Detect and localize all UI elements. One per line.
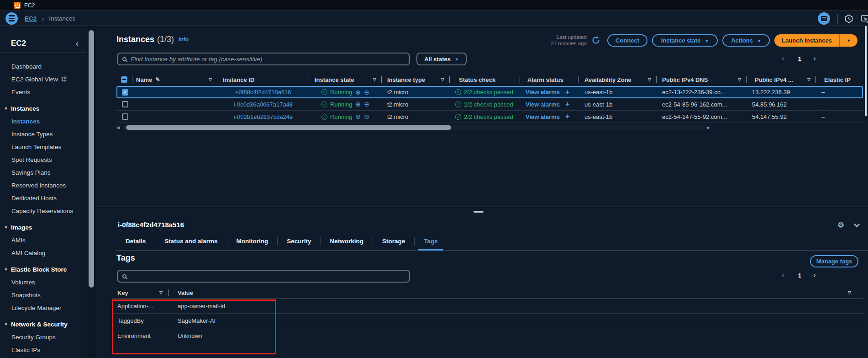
column-header-instance-type[interactable]: Instance type▽: [382, 73, 450, 86]
column-header-availability-zone[interactable]: Availability Zone▽: [579, 73, 657, 86]
sidebar-item-reserved-instances[interactable]: Reserved Instances: [0, 179, 87, 192]
split-panel-toggle-icon[interactable]: [818, 12, 830, 25]
sidebar-section-network-security[interactable]: ▼Network & Security: [0, 318, 87, 331]
sidebar-item-events[interactable]: Events: [0, 85, 87, 98]
launch-instances-label[interactable]: Launch instances: [774, 34, 839, 47]
current-page-button[interactable]: 1: [798, 272, 801, 279]
sidebar-item-spot-requests[interactable]: Spot Requests: [0, 153, 87, 166]
browser-tab[interactable]: EC2: [0, 0, 41, 11]
row-checkbox[interactable]: [122, 101, 128, 107]
sidebar-item-security-groups[interactable]: Security Groups: [0, 331, 87, 343]
table-row[interactable]: i-002b1eb2837cda24e ✓ Running ⊕ ⊖ t2.mic…: [116, 111, 863, 123]
add-alarm-icon[interactable]: +: [565, 112, 569, 121]
zoom-out-icon[interactable]: ⊖: [364, 89, 369, 96]
table-scrollbar[interactable]: [865, 26, 867, 116]
hamburger-menu-icon[interactable]: [5, 12, 18, 25]
tab-monitoring[interactable]: Monitoring: [227, 232, 278, 251]
sidebar-section-instances[interactable]: ▼Instances: [0, 102, 87, 115]
column-header-public-ipv4[interactable]: Public IPv4 ...▽: [747, 73, 816, 86]
sidebar-item-savings-plans[interactable]: Savings Plans: [0, 166, 87, 179]
sidebar-section-images[interactable]: ▼Images: [0, 221, 87, 234]
breadcrumb-ec2-link[interactable]: EC2: [25, 15, 37, 22]
launch-instances-button[interactable]: Launch instances ▼: [774, 34, 857, 47]
info-link[interactable]: Info: [179, 36, 189, 43]
sidebar-section-elastic-block-store[interactable]: ▼Elastic Block Store: [0, 263, 87, 276]
column-header-name[interactable]: Name✎▽: [132, 73, 217, 86]
tags-search-input[interactable]: [131, 273, 405, 280]
horizontal-scrollbar-thumb[interactable]: [126, 125, 451, 130]
add-alarm-icon[interactable]: +: [565, 88, 569, 96]
sidebar-item-snapshots[interactable]: Snapshots: [0, 289, 87, 301]
sidebar-collapse-icon[interactable]: ‹: [76, 41, 79, 46]
tags-search[interactable]: [117, 270, 410, 283]
manage-tags-button[interactable]: Manage tags: [810, 255, 858, 267]
zoom-in-icon[interactable]: ⊕: [355, 113, 361, 120]
scroll-left-icon[interactable]: ◀: [116, 125, 120, 130]
sidebar-item-elastic-ips[interactable]: Elastic IPs: [0, 343, 87, 356]
row-checkbox[interactable]: ✓: [122, 89, 128, 96]
cloudshell-icon[interactable]: [844, 14, 853, 23]
feedback-screen-icon[interactable]: [861, 14, 868, 23]
sidebar-item-launch-templates[interactable]: Launch Templates: [0, 140, 87, 153]
sidebar-item-ec2-global-view[interactable]: EC2 Global View: [0, 73, 87, 85]
instance-search-input[interactable]: [131, 56, 405, 63]
column-header-public-ipv4-dns[interactable]: Public IPv4 DNS▽: [657, 73, 747, 86]
sidebar-item-dedicated-hosts[interactable]: Dedicated Hosts: [0, 192, 87, 204]
sidebar-item-instances[interactable]: Instances: [0, 115, 87, 128]
page-scrollbar-thumb[interactable]: [89, 30, 94, 288]
column-header-elastic-ip[interactable]: Elastic IP: [816, 73, 863, 86]
split-panel-resize-handle[interactable]: [473, 211, 484, 213]
column-header-key[interactable]: Key▽: [112, 287, 169, 299]
sidebar-item-lifecycle-manager[interactable]: Lifecycle Manager: [0, 301, 87, 314]
view-alarms-link[interactable]: View alarms: [526, 113, 560, 120]
tab-status-and-alarms[interactable]: Status and alarms: [155, 232, 226, 251]
filter-caret-icon[interactable]: ▽: [848, 290, 863, 295]
table-row[interactable]: i-0c0d36a0067a17a48 ✓ Running ⊕ ⊖ t2.mic…: [116, 98, 863, 111]
sidebar-item-instance-types[interactable]: Instance Types: [0, 128, 87, 140]
panel-collapse-chevron-icon[interactable]: [854, 221, 860, 227]
tab-tags[interactable]: Tags: [415, 232, 447, 251]
view-alarms-link[interactable]: View alarms: [526, 89, 560, 96]
add-alarm-icon[interactable]: +: [565, 100, 569, 108]
instance-id-link[interactable]: i-0f88c4f2d4718a516: [235, 89, 291, 96]
view-alarms-link[interactable]: View alarms: [526, 101, 560, 108]
connect-button[interactable]: Connect: [607, 34, 647, 47]
row-checkbox[interactable]: [122, 113, 128, 120]
sidebar-item-amis[interactable]: AMIs: [0, 234, 87, 246]
prev-page-button[interactable]: ‹: [782, 271, 784, 280]
refresh-icon[interactable]: [591, 35, 601, 47]
column-header-status-check[interactable]: Status check: [450, 73, 520, 86]
prev-page-button[interactable]: ‹: [782, 54, 784, 63]
instance-search[interactable]: [117, 53, 410, 65]
column-header-alarm-status[interactable]: Alarm status: [520, 73, 579, 86]
column-header-value[interactable]: Value: [169, 289, 193, 296]
sidebar-item-dashboard[interactable]: Dashboard: [0, 60, 87, 73]
select-all-checkbox[interactable]: [121, 76, 127, 83]
state-filter-dropdown[interactable]: All states▼: [416, 53, 467, 65]
column-header-instance-id[interactable]: Instance ID: [217, 73, 309, 86]
sidebar-item-capacity-reservations[interactable]: Capacity Reservations: [0, 204, 87, 217]
tab-security[interactable]: Security: [278, 232, 320, 251]
zoom-in-icon[interactable]: ⊕: [355, 101, 361, 108]
table-row[interactable]: ✓ i-0f88c4f2d4718a516 ✓ Running ⊕ ⊖ t2.m…: [116, 86, 863, 98]
horizontal-scrollbar[interactable]: ◀ ▶: [116, 124, 710, 130]
sidebar-item-volumes[interactable]: Volumes: [0, 276, 87, 289]
page-scrollbar[interactable]: [87, 26, 96, 358]
tab-networking[interactable]: Networking: [321, 232, 373, 251]
instance-id-link[interactable]: i-0c0d36a0067a17a48: [234, 101, 293, 108]
tab-details[interactable]: Details: [116, 232, 155, 251]
next-page-button[interactable]: ›: [813, 271, 816, 280]
actions-button[interactable]: Actions▼: [722, 34, 770, 47]
zoom-in-icon[interactable]: ⊕: [355, 89, 361, 96]
zoom-out-icon[interactable]: ⊖: [364, 101, 369, 108]
next-page-button[interactable]: ›: [813, 54, 816, 63]
current-page-button[interactable]: 1: [798, 55, 801, 62]
zoom-out-icon[interactable]: ⊖: [364, 113, 369, 120]
sidebar-title-ec2[interactable]: EC2: [11, 39, 26, 48]
sidebar-item-ami-catalog[interactable]: AMI Catalog: [0, 246, 87, 259]
column-header-instance-state[interactable]: Instance state▽: [309, 73, 382, 86]
instance-id-link[interactable]: i-002b1eb2837cda24e: [234, 113, 293, 120]
scroll-right-icon[interactable]: ▶: [707, 125, 710, 130]
instance-state-button[interactable]: Instance state▼: [652, 34, 718, 47]
tab-storage[interactable]: Storage: [373, 232, 414, 251]
